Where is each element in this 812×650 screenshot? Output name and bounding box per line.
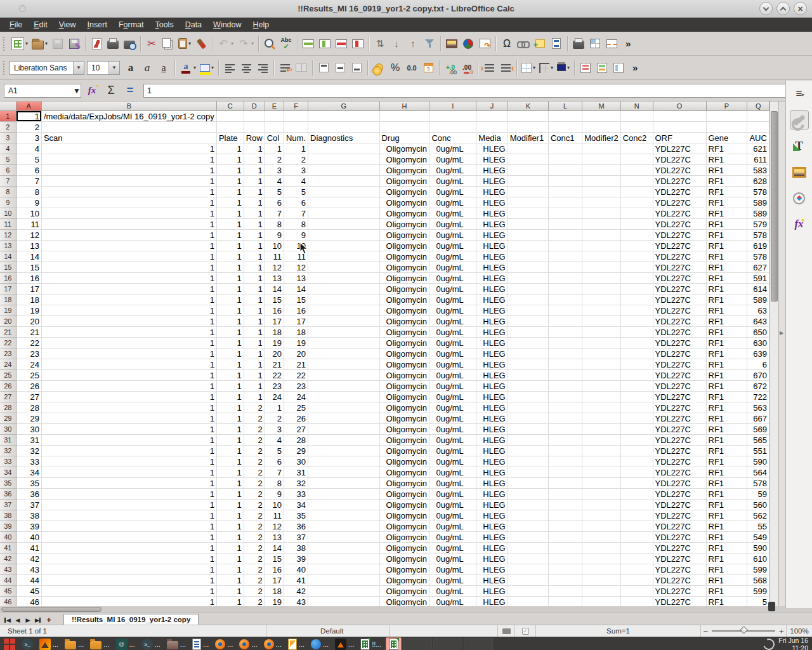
cell-K39[interactable] — [508, 521, 549, 532]
cell-F14[interactable]: 11 — [284, 251, 308, 262]
cell-I15[interactable]: 0ug/mL — [429, 262, 476, 273]
cell-E24[interactable]: 21 — [265, 359, 284, 370]
cell-B37[interactable]: 1 — [42, 500, 217, 510]
cell-F5[interactable]: 2 — [284, 154, 308, 165]
taskbar-item-terminal[interactable] — [19, 637, 36, 650]
cell-A24[interactable]: 24 — [16, 359, 42, 370]
previous-sheet-button[interactable]: ◀ — [13, 615, 23, 625]
cell-A22[interactable]: 22 — [16, 338, 42, 348]
cell-O19[interactable]: YDL227C — [653, 305, 707, 316]
cell-J38[interactable]: HLEG — [476, 510, 508, 521]
cell-N45[interactable] — [621, 586, 653, 597]
cell-A12[interactable]: 12 — [16, 230, 42, 241]
delete-column-button[interactable] — [350, 35, 366, 53]
cell-A25[interactable]: 25 — [16, 370, 42, 381]
cell-I33[interactable]: 0ug/mL — [429, 456, 476, 467]
cell-E45[interactable]: 18 — [265, 586, 284, 597]
cell-J21[interactable]: HLEG — [476, 327, 508, 338]
cell-A5[interactable]: 5 — [16, 154, 42, 165]
cell-M28[interactable] — [582, 402, 620, 413]
cell-D32[interactable]: 2 — [244, 446, 265, 456]
cell-E30[interactable]: 3 — [265, 424, 284, 435]
cell-D36[interactable]: 2 — [244, 489, 265, 500]
cell-K9[interactable] — [508, 197, 549, 208]
cell-O22[interactable]: YDL227C — [653, 338, 707, 348]
row-header-19[interactable]: 19 — [0, 305, 16, 316]
horizontal-scrollbar-thumb[interactable] — [1, 607, 102, 612]
cell-H6[interactable]: Oligomycin — [380, 165, 430, 176]
cell-M11[interactable] — [582, 219, 620, 230]
cell-Q39[interactable]: 55 — [747, 521, 769, 532]
cell-G19[interactable] — [308, 305, 380, 316]
cell-C2[interactable] — [217, 122, 244, 133]
cell-N10[interactable] — [621, 208, 653, 219]
cell-J41[interactable]: HLEG — [476, 543, 508, 554]
cell-M33[interactable] — [582, 456, 620, 467]
cell-G27[interactable] — [308, 392, 380, 402]
row-header-12[interactable]: 12 — [0, 230, 16, 241]
print-preview-button[interactable] — [121, 35, 138, 53]
cell-J8[interactable]: HLEG — [476, 187, 508, 197]
cell-O30[interactable]: YDL227C — [653, 424, 707, 435]
cell-M16[interactable] — [582, 273, 620, 284]
align-bottom-button[interactable] — [348, 59, 365, 77]
cell-E33[interactable]: 6 — [265, 456, 284, 467]
cell-G4[interactable] — [308, 143, 380, 154]
cell-I8[interactable]: 0ug/mL — [429, 187, 476, 197]
cell-E17[interactable]: 14 — [265, 284, 284, 295]
cell-P25[interactable]: RF1 — [707, 370, 748, 381]
column-header-K[interactable]: K — [508, 102, 549, 111]
cell-N34[interactable] — [621, 467, 653, 478]
cell-C15[interactable]: 1 — [217, 262, 244, 273]
cell-O20[interactable]: YDL227C — [653, 316, 707, 327]
cell-Q37[interactable]: 560 — [747, 500, 769, 510]
cell-G41[interactable] — [308, 543, 380, 554]
cell-D16[interactable]: 1 — [244, 273, 265, 284]
row-header-42[interactable]: 42 — [0, 554, 16, 564]
cell-C35[interactable]: 1 — [217, 478, 244, 489]
cell-E14[interactable]: 11 — [265, 251, 284, 262]
cell-L28[interactable] — [549, 402, 582, 413]
cell-P12[interactable]: RF1 — [707, 230, 748, 241]
cell-D38[interactable]: 2 — [244, 510, 265, 521]
cell-D2[interactable] — [244, 122, 265, 133]
cell-O45[interactable]: YDL227C — [653, 586, 707, 597]
cell-K44[interactable] — [508, 575, 549, 586]
cell-F33[interactable]: 30 — [284, 456, 308, 467]
row-header-27[interactable]: 27 — [0, 392, 16, 402]
cell-J31[interactable]: HLEG — [476, 435, 508, 446]
cell-A36[interactable]: 36 — [16, 489, 42, 500]
cell-E6[interactable]: 3 — [265, 165, 284, 176]
cell-P40[interactable]: RF1 — [707, 532, 748, 543]
row-header-29[interactable]: 29 — [0, 413, 16, 424]
taskbar-item-app-launcher[interactable] — [1, 637, 18, 650]
cell-I31[interactable]: 0ug/mL — [429, 435, 476, 446]
cell-Q32[interactable]: 551 — [747, 446, 769, 456]
cell-L30[interactable] — [549, 424, 582, 435]
cell-O18[interactable]: YDL227C — [653, 295, 707, 305]
cell-N21[interactable] — [621, 327, 653, 338]
cell-F35[interactable]: 32 — [284, 478, 308, 489]
cell-F9[interactable]: 6 — [284, 197, 308, 208]
cell-D12[interactable]: 1 — [244, 230, 265, 241]
cell-K11[interactable] — [508, 219, 549, 230]
menu-help[interactable]: Help — [247, 19, 275, 30]
row-header-1[interactable]: 1 — [0, 111, 16, 122]
cell-P35[interactable]: RF1 — [707, 478, 748, 489]
cell-Q36[interactable]: 59 — [747, 489, 769, 500]
row-header-4[interactable]: 4 — [0, 143, 16, 154]
cell-C3[interactable]: Plate — [217, 133, 244, 143]
cell-J22[interactable]: HLEG — [476, 338, 508, 348]
cell-E44[interactable]: 17 — [265, 575, 284, 586]
cell-N4[interactable] — [621, 143, 653, 154]
cell-A9[interactable]: 9 — [16, 197, 42, 208]
cell-B46[interactable]: 1 — [42, 597, 217, 606]
cell-N31[interactable] — [621, 435, 653, 446]
cell-D39[interactable]: 2 — [244, 521, 265, 532]
cell-I10[interactable]: 0ug/mL — [429, 208, 476, 219]
sidebar-tab-sidebar-settings[interactable] — [790, 84, 809, 103]
cell-P10[interactable]: RF1 — [707, 208, 748, 219]
cell-L41[interactable] — [549, 543, 582, 554]
grid-viewport[interactable]: ABCDEFGHIJKLMNOPQ11/media/data/ExpJobs/M… — [0, 102, 769, 606]
border-style-dropdown-icon[interactable]: ▾ — [551, 65, 553, 70]
